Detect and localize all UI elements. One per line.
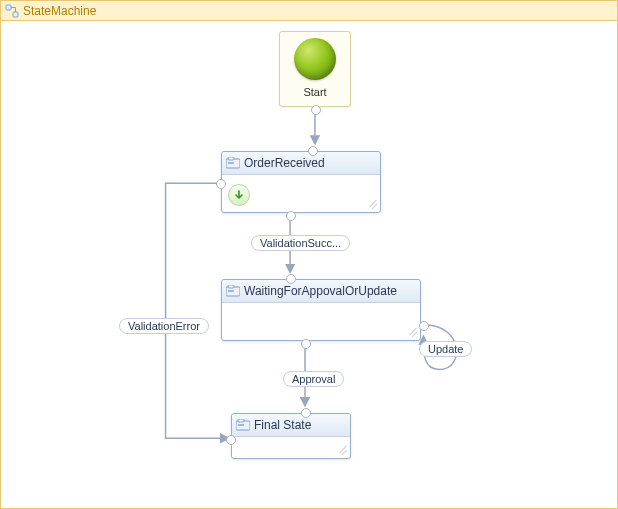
svg-rect-0 — [6, 5, 11, 10]
transition-validationerror[interactable]: ValidationError — [119, 318, 209, 334]
state-title: Final State — [254, 418, 311, 432]
state-header: OrderReceived — [222, 152, 380, 175]
state-icon — [226, 285, 240, 297]
resize-grip-icon[interactable] — [368, 200, 378, 210]
port[interactable] — [419, 321, 429, 331]
transition-validationsuccess[interactable]: ValidationSucc... — [251, 235, 350, 251]
state-final[interactable]: Final State — [231, 413, 351, 459]
port[interactable] — [286, 274, 296, 284]
state-title: WaitingForAppovalOrUpdate — [244, 284, 397, 298]
start-node[interactable]: Start — [279, 31, 351, 107]
edge-order-to-final-error — [166, 183, 229, 438]
port[interactable] — [216, 179, 226, 189]
port[interactable] — [301, 339, 311, 349]
state-body[interactable] — [232, 436, 350, 458]
resize-grip-icon[interactable] — [338, 446, 348, 456]
start-label: Start — [303, 86, 326, 98]
entry-action-badge[interactable] — [228, 184, 250, 206]
state-header: WaitingForAppovalOrUpdate — [222, 280, 420, 303]
state-waitingforapproval[interactable]: WaitingForAppovalOrUpdate — [221, 279, 421, 341]
statemachine-icon — [5, 4, 19, 18]
svg-rect-1 — [13, 12, 18, 17]
state-icon — [226, 157, 240, 169]
svg-rect-3 — [228, 157, 234, 160]
port[interactable] — [311, 105, 321, 115]
state-body[interactable] — [222, 302, 420, 340]
state-orderreceived[interactable]: OrderReceived — [221, 151, 381, 213]
state-body[interactable] — [222, 174, 380, 212]
port[interactable] — [301, 408, 311, 418]
arrow-down-icon — [233, 189, 245, 201]
svg-rect-5 — [228, 285, 234, 288]
port[interactable] — [308, 146, 318, 156]
titlebar: StateMachine — [1, 1, 617, 21]
resize-grip-icon[interactable] — [408, 328, 418, 338]
state-header: Final State — [232, 414, 350, 437]
statemachine-designer-frame[interactable]: StateMachine Start — [0, 0, 618, 509]
start-circle-icon — [294, 38, 336, 80]
svg-rect-7 — [238, 419, 244, 422]
port[interactable] — [226, 435, 236, 445]
title-label: StateMachine — [23, 4, 96, 18]
transition-approval[interactable]: Approval — [283, 371, 344, 387]
transition-update[interactable]: Update — [419, 341, 472, 357]
state-icon — [236, 419, 250, 431]
state-title: OrderReceived — [244, 156, 325, 170]
port[interactable] — [286, 211, 296, 221]
design-canvas[interactable]: Start OrderReceived — [1, 21, 617, 508]
